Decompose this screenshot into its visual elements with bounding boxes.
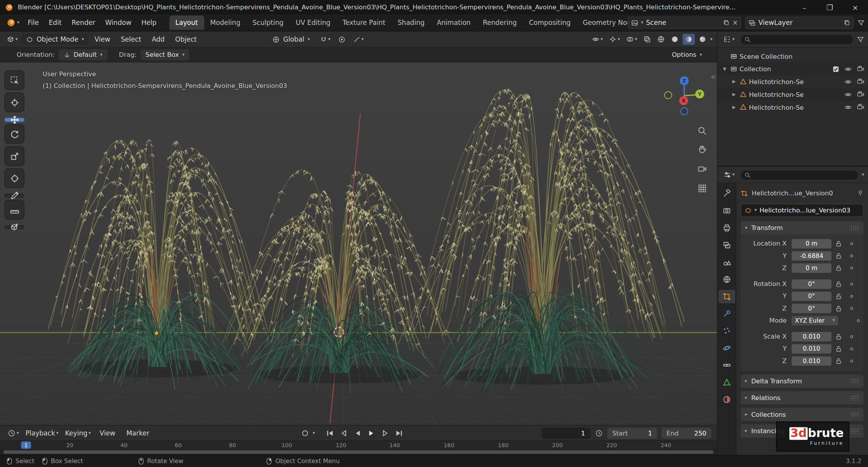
play-reverse-button[interactable] (351, 427, 364, 438)
tab-view-layer[interactable] (718, 239, 735, 252)
eye-icon[interactable] (844, 103, 852, 111)
play-button[interactable] (365, 427, 378, 438)
tab-scene[interactable] (718, 256, 735, 269)
minimize-button[interactable]: – (792, 0, 817, 14)
menu-window[interactable]: Window (100, 16, 137, 29)
animate-dot[interactable] (850, 254, 853, 257)
rotation-y-field[interactable]: 0° (792, 291, 831, 301)
editor-type-selector[interactable]: ▾ (4, 34, 20, 45)
tab-particles[interactable] (718, 324, 735, 337)
outliner-row-scene-collection[interactable]: Scene Collection (717, 50, 868, 63)
zoom-button[interactable] (696, 125, 708, 137)
menu-view[interactable]: View (90, 33, 114, 45)
tool-scale[interactable] (4, 146, 24, 166)
falloff-dropdown[interactable]: ▾ (351, 34, 365, 44)
workspace-tab-modeling[interactable]: Modeling (204, 16, 246, 30)
menu-render[interactable]: Render (67, 16, 100, 29)
panel-grip[interactable] (850, 379, 859, 384)
viewport-canvas[interactable] (0, 63, 717, 425)
xray-toggle[interactable] (641, 34, 653, 45)
render-camera-icon[interactable] (857, 78, 864, 85)
workspace-tab-sculpting[interactable]: Sculpting (246, 16, 290, 30)
animate-dot[interactable] (850, 267, 853, 269)
outliner-row-collection[interactable]: ▼ Collection (717, 63, 868, 75)
animate-dot[interactable] (850, 347, 853, 350)
workspace-tab-uv-editing[interactable]: UV Editing (290, 16, 336, 30)
transform-panel-header[interactable]: ▾ Transform (741, 221, 864, 234)
workspace-tab-compositing[interactable]: Compositing (523, 16, 576, 30)
disclosure-icon[interactable]: ▶ (731, 79, 737, 84)
snap-toggle[interactable]: ▾ (318, 34, 332, 44)
lock-icon[interactable] (836, 346, 842, 352)
end-frame-field[interactable]: End 250 (662, 427, 712, 438)
outliner-row-object[interactable]: ▶ Helictotrichon-Se (717, 88, 868, 101)
auto-keying-toggle[interactable] (299, 427, 311, 438)
orientation-default-dropdown[interactable]: Default ▾ (58, 49, 107, 60)
menu-help[interactable]: Help (136, 16, 162, 29)
outliner-search[interactable] (740, 34, 854, 44)
menu-edit[interactable]: Edit (44, 16, 67, 29)
object-name-field[interactable]: ▾ Helictotricho...lue_Version03 (741, 204, 864, 217)
close-button[interactable]: × (843, 0, 868, 14)
perspective-to-ortho-button[interactable] (696, 182, 708, 194)
jump-to-start-button[interactable] (324, 427, 336, 438)
tool-add-primitive[interactable] (4, 225, 24, 229)
navigation-gizmo[interactable]: Z Y X (663, 75, 705, 117)
timeline-view-menu[interactable]: View (95, 427, 119, 439)
scene-selector[interactable]: ▾ Scene × (628, 17, 741, 29)
lock-icon[interactable] (836, 358, 842, 364)
duplicate-icon[interactable] (843, 19, 850, 26)
tool-cursor[interactable] (4, 92, 24, 112)
menu-file[interactable]: File (23, 16, 44, 29)
relations-header[interactable]: ▸ Relations (741, 391, 864, 404)
eye-icon[interactable] (844, 65, 852, 73)
orientation-dropdown[interactable]: Global ▾ (268, 34, 314, 45)
viewlayer-selector[interactable]: ViewLayer (745, 17, 854, 29)
location-z-field[interactable]: 0 m (792, 263, 831, 272)
outliner-row-object[interactable]: ▶ Helictotrichon-Se (717, 75, 868, 88)
workspace-tab-layout[interactable]: Layout (169, 16, 204, 30)
start-frame-field[interactable]: Start 1 (607, 427, 657, 438)
tab-output[interactable] (718, 221, 735, 235)
options-dropdown[interactable]: Options ▾ (667, 49, 707, 60)
eye-icon[interactable] (844, 90, 852, 98)
timeline-ruler[interactable]: 20 40 60 80 100 120 140 160 180 200 220 … (0, 441, 717, 449)
tool-select-box[interactable] (4, 70, 24, 90)
properties-editor-selector[interactable]: ▾ (721, 169, 737, 180)
filter-icon[interactable] (857, 19, 864, 26)
checkbox-checked-icon[interactable] (833, 65, 839, 72)
menu-object[interactable]: Object (171, 33, 201, 45)
workspace-tab-animation[interactable]: Animation (430, 16, 476, 30)
workspace-tab-rendering[interactable]: Rendering (477, 16, 523, 30)
tab-material[interactable] (718, 393, 735, 406)
disclosure-icon[interactable]: ▼ (721, 67, 728, 72)
timeline-marker-menu[interactable]: Marker (122, 427, 154, 439)
viewport-3d[interactable]: User Perspective (1) Collection | Helict… (0, 63, 717, 425)
tab-world[interactable] (718, 273, 735, 286)
drag-mode-dropdown[interactable]: Select Box ▾ (141, 49, 190, 60)
render-camera-icon[interactable] (857, 104, 864, 111)
lock-icon[interactable] (836, 241, 842, 247)
lock-icon[interactable] (836, 334, 842, 340)
menu-select[interactable]: Select (116, 33, 146, 45)
delta-transform-header[interactable]: ▸ Delta Transform (741, 375, 864, 388)
scale-z-field[interactable]: 0.010 (792, 356, 831, 365)
lock-icon[interactable] (836, 293, 842, 299)
eye-icon[interactable] (844, 78, 852, 86)
render-camera-icon[interactable] (857, 91, 864, 98)
tab-render[interactable] (718, 204, 735, 218)
blender-menu-button[interactable]: ▾ (4, 18, 23, 27)
location-x-field[interactable]: 0 m (792, 239, 831, 248)
shading-material-button[interactable] (683, 34, 695, 45)
duplicate-icon[interactable] (723, 19, 729, 26)
scrollbar-handle[interactable] (4, 450, 714, 454)
current-frame-field[interactable]: 1 (542, 427, 590, 438)
jump-to-end-button[interactable] (393, 427, 405, 438)
mode-dropdown[interactable]: Object Mode ▾ (21, 34, 88, 45)
playback-menu[interactable]: Playback ▾ (23, 427, 61, 438)
lock-icon[interactable] (836, 305, 842, 311)
tab-modifiers[interactable] (718, 307, 735, 320)
timeline-scrollbar[interactable] (0, 449, 717, 455)
keying-menu[interactable]: Keying ▾ (63, 427, 93, 438)
tab-tool[interactable] (718, 187, 735, 200)
